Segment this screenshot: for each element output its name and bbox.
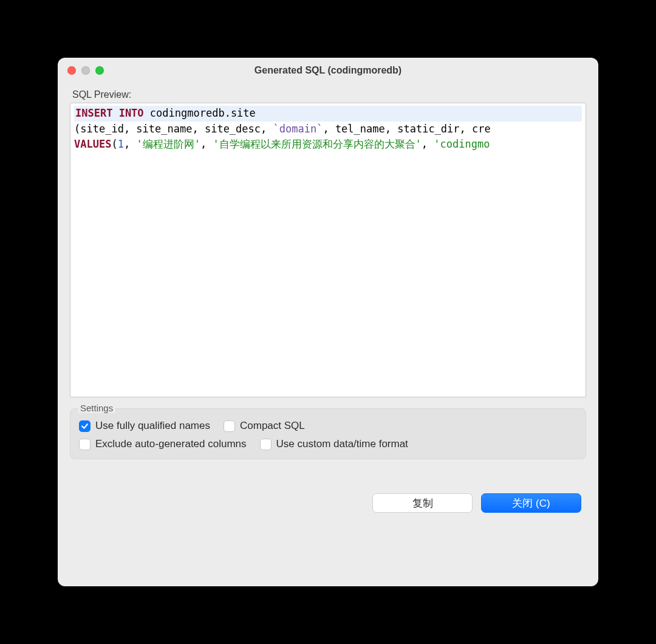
sql-paren: (	[111, 138, 117, 150]
sql-number: 1	[118, 138, 124, 150]
dialog-content: SQL Preview: INSERT INTO codingmoredb.si…	[58, 83, 598, 586]
dialog-window: Generated SQL (codingmoredb) SQL Preview…	[58, 58, 598, 586]
sql-columns: (site_id, site_name, site_desc,	[74, 123, 273, 135]
button-label: 复制	[412, 496, 433, 510]
sql-string: '编程进阶网'	[136, 138, 200, 150]
settings-row: Use fully qualified names Compact SQL	[79, 420, 577, 432]
button-label: 关闭 (C)	[512, 496, 550, 510]
sql-string: '自学编程以来所用资源和分享内容的大聚合'	[213, 138, 421, 150]
checkbox-label: Use fully qualified names	[95, 420, 210, 432]
checkbox-icon	[79, 439, 91, 450]
sql-line: (site_id, site_name, site_desc, `domain`…	[74, 122, 582, 137]
sql-table: codingmoredb.site	[144, 107, 256, 119]
titlebar: Generated SQL (codingmoredb)	[58, 58, 598, 83]
window-title: Generated SQL (codingmoredb)	[67, 65, 589, 76]
sql-preview-label: SQL Preview:	[72, 89, 586, 100]
button-row: 复制 关闭 (C)	[70, 493, 586, 513]
close-window-icon[interactable]	[67, 66, 76, 75]
sql-line: VALUES(1, '编程进阶网', '自学编程以来所用资源和分享内容的大聚合'…	[74, 137, 582, 152]
checkbox-icon	[79, 420, 91, 432]
checkbox-exclude-autogen[interactable]: Exclude auto-generated columns	[79, 438, 247, 450]
close-button[interactable]: 关闭 (C)	[481, 493, 581, 513]
checkbox-label: Exclude auto-generated columns	[95, 438, 247, 450]
checkbox-custom-datetime[interactable]: Use custom data/time format	[260, 438, 408, 450]
checkbox-label: Use custom data/time format	[276, 438, 408, 450]
checkbox-qualified-names[interactable]: Use fully qualified names	[79, 420, 210, 432]
sql-columns: , tel_name, static_dir, cre	[323, 123, 490, 135]
minimize-window-icon[interactable]	[81, 66, 90, 75]
settings-row: Exclude auto-generated columns Use custo…	[79, 438, 577, 450]
copy-button[interactable]: 复制	[372, 493, 473, 513]
maximize-window-icon[interactable]	[95, 66, 104, 75]
checkbox-icon	[260, 439, 272, 450]
sql-string: 'codingmo	[434, 138, 490, 150]
settings-group: Settings Use fully qualified names Compa…	[70, 408, 586, 459]
sql-preview-area[interactable]: INSERT INTO codingmoredb.site (site_id, …	[70, 103, 586, 397]
checkbox-label: Compact SQL	[240, 420, 305, 432]
sql-keyword: VALUES	[74, 138, 111, 150]
settings-legend: Settings	[78, 403, 115, 413]
checkbox-compact-sql[interactable]: Compact SQL	[224, 420, 305, 432]
sql-backtick-col: `domain`	[273, 123, 323, 135]
window-controls	[67, 66, 104, 75]
checkbox-icon	[224, 420, 235, 432]
sql-keyword: INSERT INTO	[75, 107, 144, 119]
sql-line: INSERT INTO codingmoredb.site	[74, 106, 582, 122]
